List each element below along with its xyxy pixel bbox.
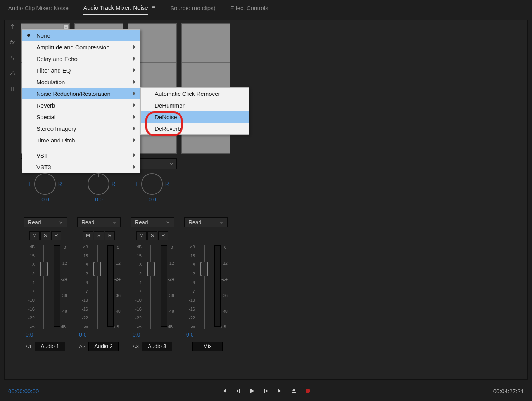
- tab-audio-track-mixer[interactable]: Audio Track Mixer: Noise: [83, 1, 148, 15]
- submenu-item-dereverb[interactable]: DeReverb: [141, 123, 249, 134]
- automation-mode-dropdown[interactable]: Read: [131, 217, 174, 227]
- menu-item-label: DeReverb: [155, 125, 181, 132]
- automation-mode-label: Read: [81, 219, 94, 226]
- solo-button[interactable]: S: [40, 231, 50, 240]
- fader-thumb[interactable]: [200, 262, 208, 276]
- track-id: A3: [133, 344, 139, 349]
- menu-item-vst[interactable]: VST: [22, 149, 140, 161]
- menu-item-label: Special: [36, 114, 55, 120]
- menu-item-label: DeHummer: [155, 102, 185, 109]
- record-toggle[interactable]: [304, 387, 311, 394]
- track-name[interactable]: Audio 3: [142, 342, 172, 351]
- menu-item-delay-echo[interactable]: Delay and Echo: [22, 53, 140, 64]
- menu-item-modulation[interactable]: Modulation: [22, 76, 140, 88]
- solo-button[interactable]: S: [147, 231, 157, 240]
- fader-meter: dB 1582 -4-7-10 -16-22-∞ - 0-12-24 -36-4…: [22, 245, 69, 329]
- msr-buttons: M S R: [29, 231, 61, 240]
- menu-item-filter-eq[interactable]: Filter and EQ: [22, 64, 140, 76]
- automation-icon[interactable]: [9, 70, 16, 77]
- bullet-icon: [27, 34, 30, 37]
- pan-knob[interactable]: [141, 173, 163, 195]
- pan-left-label: L: [82, 181, 85, 187]
- fader-scale: dB 1582 -4-7-10 -16-22-∞: [22, 245, 36, 329]
- automation-mode-label: Read: [28, 219, 41, 226]
- fx-category-menu: None Amplitude and Compression Delay and…: [22, 29, 140, 173]
- fx-submenu-noise-reduction: Automatic Click Remover DeHummer DeNoise…: [140, 87, 249, 135]
- left-tool-column: fx: [8, 23, 17, 92]
- track-name[interactable]: Audio 1: [35, 342, 65, 351]
- submenu-item-auto-click-remover[interactable]: Automatic Click Remover: [141, 88, 249, 99]
- submenu-item-denoise[interactable]: DeNoise: [141, 111, 249, 123]
- pan-value: 0.0: [149, 196, 156, 203]
- volume-fader[interactable]: [145, 245, 157, 329]
- automation-mode-dropdown[interactable]: Read: [77, 217, 121, 227]
- menu-item-noise-reduction[interactable]: Noise Reduction/Restoration: [22, 88, 140, 99]
- master-meter-icon[interactable]: [9, 23, 16, 30]
- fader-thumb[interactable]: [147, 262, 155, 276]
- pan-right-label: R: [58, 181, 62, 187]
- volume-fader[interactable]: [199, 245, 210, 329]
- automation-mode-dropdown[interactable]: Read: [184, 217, 228, 227]
- go-to-in-button[interactable]: [221, 387, 228, 394]
- pan-knob[interactable]: [34, 173, 56, 195]
- menu-item-label: VST3: [36, 164, 51, 170]
- menu-item-vst3[interactable]: VST3: [22, 161, 140, 173]
- tab-effect-controls[interactable]: Effect Controls: [230, 2, 268, 14]
- menu-item-none[interactable]: None: [22, 30, 140, 41]
- mute-button[interactable]: M: [83, 231, 93, 240]
- record-button[interactable]: R: [105, 231, 115, 240]
- export-button[interactable]: [290, 387, 297, 394]
- menu-item-label: Noise Reduction/Restoration: [36, 90, 111, 97]
- volume-value: 0.0: [186, 332, 193, 338]
- menu-item-special[interactable]: Special: [22, 111, 140, 123]
- menu-item-time-pitch[interactable]: Time and Pitch: [22, 134, 140, 146]
- pan-right-label: R: [112, 181, 116, 187]
- record-button[interactable]: R: [51, 231, 61, 240]
- track-name[interactable]: Audio 2: [88, 342, 119, 351]
- tab-audio-clip-mixer[interactable]: Audio Clip Mixer: Noise: [8, 2, 69, 14]
- menu-item-stereo-imagery[interactable]: Stereo Imagery: [22, 123, 140, 134]
- pan-knob[interactable]: [88, 173, 109, 195]
- menu-item-label: Delay and Echo: [36, 56, 78, 62]
- fx-icon[interactable]: fx: [9, 39, 16, 46]
- volume-fader[interactable]: [38, 245, 50, 329]
- go-to-out-button[interactable]: [276, 387, 283, 394]
- solo-button[interactable]: S: [94, 231, 104, 240]
- submenu-item-dehummer[interactable]: DeHummer: [141, 99, 249, 111]
- play-button[interactable]: [249, 387, 256, 394]
- volume-value: 0.0: [26, 332, 33, 338]
- divider-icon: [9, 54, 16, 61]
- menu-item-label: Time and Pitch: [36, 137, 75, 144]
- automation-mode-label: Read: [135, 219, 148, 226]
- menu-item-reverb[interactable]: Reverb: [22, 99, 140, 111]
- pan-value: 0.0: [41, 196, 49, 203]
- menu-item-label: Automatic Click Remover: [155, 90, 220, 97]
- menu-item-label: Amplitude and Compression: [36, 44, 109, 50]
- pan-left-label: L: [29, 181, 32, 187]
- timecode-duration: 00:04:27:21: [493, 388, 524, 394]
- timecode-current[interactable]: 00:00:00:00: [8, 388, 39, 394]
- channel-strip-mix: 0.0 Read dB1582-4-7-10-16-22-∞ - 0-12-24…: [181, 23, 231, 351]
- menu-item-amplitude[interactable]: Amplitude and Compression: [22, 41, 140, 53]
- mute-button[interactable]: M: [136, 231, 147, 240]
- step-forward-button[interactable]: [263, 387, 269, 394]
- menu-separator: [24, 148, 138, 148]
- track-name[interactable]: Mix: [192, 342, 223, 351]
- pan-control: L R 0.0: [20, 173, 71, 203]
- record-button[interactable]: R: [158, 231, 168, 240]
- menu-item-label: Reverb: [36, 102, 55, 109]
- step-back-button[interactable]: [235, 387, 242, 394]
- menu-item-label: Modulation: [36, 79, 65, 85]
- transport-bar: 00:00:00:00 00:04:27:21: [4, 385, 528, 397]
- volume-fader[interactable]: [92, 245, 103, 329]
- menu-item-label: Filter and EQ: [36, 67, 71, 74]
- panel-menu-icon[interactable]: ≡: [152, 4, 155, 11]
- fader-thumb[interactable]: [40, 262, 48, 276]
- pan-value: 0.0: [95, 196, 102, 203]
- automation-mode-label: Read: [188, 219, 201, 226]
- fader-thumb[interactable]: [93, 262, 101, 276]
- tab-source[interactable]: Source: (no clips): [170, 2, 216, 14]
- automation-mode-dropdown[interactable]: Read: [24, 217, 67, 227]
- menu-item-label: DeNoise: [155, 114, 177, 120]
- mute-button[interactable]: M: [29, 231, 40, 240]
